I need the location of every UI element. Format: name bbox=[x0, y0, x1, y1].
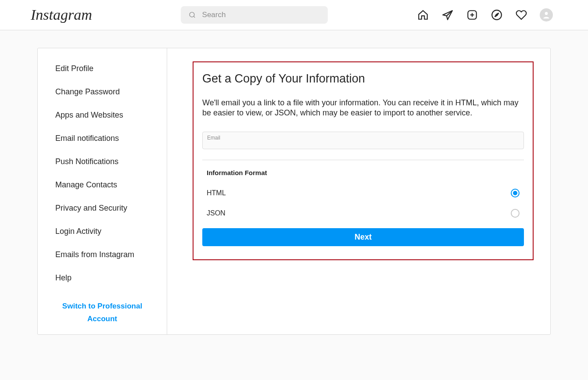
sidebar-item-email-notifications[interactable]: Email notifications bbox=[38, 127, 167, 150]
sidebar-item-emails-instagram[interactable]: Emails from Instagram bbox=[38, 243, 167, 266]
svg-line-1 bbox=[194, 16, 195, 18]
svg-point-0 bbox=[190, 12, 194, 17]
next-button[interactable]: Next bbox=[202, 228, 524, 246]
sidebar-item-manage-contacts[interactable]: Manage Contacts bbox=[38, 173, 167, 197]
sidebar-item-login-activity[interactable]: Login Activity bbox=[38, 220, 167, 243]
format-option-json-label: JSON bbox=[207, 209, 226, 217]
email-label: Email bbox=[207, 135, 519, 141]
sidebar-item-privacy-security[interactable]: Privacy and Security bbox=[38, 197, 167, 220]
radio-json[interactable] bbox=[511, 209, 520, 218]
settings-main: Get a Copy of Your Information We'll ema… bbox=[167, 48, 550, 334]
profile-avatar[interactable] bbox=[540, 8, 553, 22]
format-option-html[interactable]: HTML bbox=[202, 185, 524, 205]
search-icon bbox=[189, 11, 196, 19]
sidebar-item-apps-websites[interactable]: Apps and Websites bbox=[38, 104, 167, 127]
search-box[interactable] bbox=[181, 6, 328, 24]
new-post-icon[interactable] bbox=[466, 9, 478, 21]
switch-professional-link[interactable]: Switch to Professional Account bbox=[38, 290, 167, 334]
page-description: We'll email you a link to a file with yo… bbox=[202, 98, 524, 118]
sidebar-item-change-password[interactable]: Change Password bbox=[38, 80, 167, 104]
divider bbox=[202, 160, 524, 160]
sidebar-item-push-notifications[interactable]: Push Notifications bbox=[38, 150, 167, 173]
format-heading: Information Format bbox=[202, 169, 524, 176]
nav-icons bbox=[417, 8, 553, 22]
home-icon[interactable] bbox=[417, 9, 429, 21]
activity-icon[interactable] bbox=[515, 9, 527, 21]
settings-sidebar: Edit Profile Change Password Apps and We… bbox=[38, 48, 167, 334]
svg-marker-7 bbox=[495, 13, 499, 17]
page-title: Get a Copy of Your Information bbox=[202, 72, 524, 86]
radio-html[interactable] bbox=[511, 189, 520, 197]
instagram-logo[interactable]: Instagram bbox=[31, 7, 92, 23]
format-option-json[interactable]: JSON bbox=[202, 205, 524, 226]
format-option-html-label: HTML bbox=[207, 189, 226, 197]
sidebar-item-help[interactable]: Help bbox=[38, 266, 167, 290]
email-field[interactable]: Email bbox=[202, 132, 524, 149]
top-nav: Instagram bbox=[0, 0, 588, 30]
download-data-section: Get a Copy of Your Information We'll ema… bbox=[193, 61, 534, 260]
sidebar-item-edit-profile[interactable]: Edit Profile bbox=[38, 57, 167, 80]
explore-icon[interactable] bbox=[491, 9, 503, 21]
messenger-icon[interactable] bbox=[441, 9, 454, 21]
settings-container: Edit Profile Change Password Apps and We… bbox=[37, 48, 551, 335]
svg-point-8 bbox=[545, 12, 548, 15]
search-input[interactable] bbox=[202, 11, 320, 19]
